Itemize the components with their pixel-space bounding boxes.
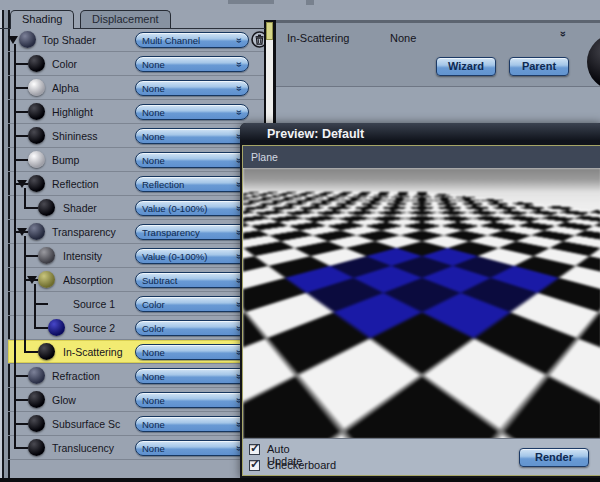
tree-row-label: In-Scattering	[63, 346, 123, 358]
tree-row-refraction[interactable]: Refraction None «	[8, 364, 265, 388]
shader-sphere-icon[interactable]	[28, 175, 45, 192]
tree-connector-line	[34, 327, 48, 329]
tree-row-subsurface-sc[interactable]: Subsurface Sc None «	[8, 412, 265, 436]
chevron-down-icon[interactable]: «	[556, 31, 568, 37]
render-viewport[interactable]	[243, 168, 600, 439]
shader-type-dropdown[interactable]: None «	[135, 392, 249, 408]
horizon-haze	[243, 192, 600, 204]
tree-row-alpha[interactable]: Alpha None «	[8, 76, 265, 100]
preview-window: Preview: Default Plane ✓ Auto Update ✓ C…	[240, 123, 600, 478]
shader-sphere-icon[interactable]	[48, 319, 65, 336]
shader-sphere-icon[interactable]	[38, 199, 55, 216]
tree-row-label: Bump	[52, 154, 79, 166]
top-smudge	[228, 0, 274, 4]
shader-sphere-icon[interactable]	[28, 79, 45, 96]
shader-type-dropdown[interactable]: Subtract «	[135, 272, 249, 288]
shader-type-dropdown[interactable]: None «	[135, 56, 249, 72]
tree-row-label: Source 1	[73, 298, 115, 310]
shader-type-dropdown[interactable]: Color «	[135, 320, 249, 336]
auto-update-checkbox[interactable]: ✓	[249, 444, 260, 455]
shader-type-dropdown[interactable]: None «	[135, 80, 249, 96]
shader-sphere-icon[interactable]	[28, 151, 45, 168]
tree-row-label: Transparency	[52, 226, 116, 238]
shader-type-dropdown[interactable]: Color «	[135, 296, 249, 312]
shader-type-dropdown[interactable]: None «	[135, 440, 249, 456]
tree-row-label: Top Shader	[42, 34, 96, 46]
tree-row-top-shader[interactable]: Top Shader Multi Channel «	[8, 28, 265, 52]
shader-sphere-icon[interactable]	[38, 271, 55, 288]
shader-type-dropdown[interactable]: None «	[135, 104, 249, 120]
shader-type-dropdown[interactable]: None «	[135, 344, 249, 360]
floor-clip	[243, 192, 600, 439]
tree-row-in-scattering[interactable]: In-Scattering None «	[8, 340, 265, 364]
tree-row-shininess[interactable]: Shininess None «	[8, 124, 265, 148]
preview-window-body: Plane ✓ Auto Update ✓ Checkerboard Rende…	[242, 145, 600, 476]
chevron-down-icon: «	[234, 61, 245, 67]
shader-type-dropdown[interactable]: Value (0-100%) «	[135, 248, 249, 264]
shader-sphere-icon[interactable]	[28, 391, 45, 408]
shader-sphere-icon[interactable]	[28, 127, 45, 144]
dropdown-value: None	[142, 395, 165, 406]
tab-displacement[interactable]: Displacement	[80, 10, 171, 29]
shader-sphere-icon[interactable]	[28, 103, 45, 120]
shader-type-dropdown[interactable]: None «	[135, 416, 249, 432]
tree-row-label: Highlight	[52, 106, 93, 118]
chevron-down-icon: «	[234, 109, 245, 115]
shader-sphere-icon[interactable]	[28, 55, 45, 72]
tree-connector-line	[24, 188, 26, 209]
tree-connector-line	[14, 111, 28, 113]
tree-row-label: Reflection	[52, 178, 99, 190]
preview-window-titlebar[interactable]: Preview: Default	[240, 123, 600, 145]
tree-row-color[interactable]: Color None «	[8, 52, 265, 76]
render-button[interactable]: Render	[519, 448, 589, 467]
tree-row-translucency[interactable]: Translucency None «	[8, 436, 265, 460]
wizard-button[interactable]: Wizard	[436, 57, 496, 76]
shader-sphere-icon[interactable]	[28, 367, 45, 384]
shader-type-dropdown[interactable]: None «	[135, 368, 249, 384]
top-strip	[0, 0, 600, 10]
tree-row-glow[interactable]: Glow None «	[8, 388, 265, 412]
tree-row-intensity[interactable]: Intensity Value (0-100%) «	[8, 244, 265, 268]
tree-row-transparency[interactable]: Transparency Transparency «	[8, 220, 265, 244]
shader-sphere-icon[interactable]	[28, 439, 45, 456]
check-icon: ✓	[250, 457, 260, 471]
checkerboard-checkbox[interactable]: ✓	[249, 460, 260, 471]
dropdown-value: Multi Channel	[142, 35, 200, 46]
shader-sphere-icon[interactable]	[38, 247, 55, 264]
preview-object-name: Plane	[243, 146, 600, 168]
shader-sphere-icon[interactable]	[19, 31, 36, 48]
tree-row-reflection[interactable]: Reflection Reflection «	[8, 172, 265, 196]
dropdown-value: None	[142, 107, 165, 118]
expander-triangle-icon[interactable]	[8, 36, 18, 44]
tree-row-highlight[interactable]: Highlight None «	[8, 100, 265, 124]
tree-row-bump[interactable]: Bump None «	[8, 148, 265, 172]
shader-sphere-icon[interactable]	[28, 415, 45, 432]
tree-connector-line	[34, 303, 48, 305]
tree-connector-line	[14, 135, 28, 137]
shader-type-dropdown[interactable]: None «	[135, 152, 249, 168]
tree-connector-line	[24, 351, 38, 353]
shader-sphere-icon[interactable]	[28, 223, 45, 240]
shader-type-dropdown[interactable]: None «	[135, 128, 249, 144]
tree-row-label: Shader	[63, 202, 97, 214]
dropdown-value: Color	[142, 299, 165, 310]
tree-row-absorption[interactable]: Absorption Subtract «	[8, 268, 265, 292]
tree-row-shader[interactable]: Shader Value (0-100%) «	[8, 196, 265, 220]
channel-value-label[interactable]: None	[390, 32, 416, 44]
shader-type-dropdown[interactable]: Value (0-100%) «	[135, 200, 249, 216]
chevron-down-icon: «	[234, 85, 245, 91]
dropdown-value: Reflection	[142, 179, 184, 190]
dropdown-value: None	[142, 371, 165, 382]
tab-shading[interactable]: Shading	[10, 10, 74, 29]
tree-row-label: Translucency	[52, 442, 114, 454]
parent-button[interactable]: Parent	[509, 57, 569, 76]
tree-connector-line	[14, 63, 28, 65]
chevron-down-icon: «	[234, 37, 245, 43]
shader-sphere-icon[interactable]	[38, 343, 55, 360]
tree-row-label: Color	[52, 58, 77, 70]
shader-type-dropdown[interactable]: Transparency «	[135, 224, 249, 240]
shader-type-dropdown[interactable]: Reflection «	[135, 176, 249, 192]
tree-row-label: Subsurface Sc	[52, 418, 120, 430]
shader-type-dropdown[interactable]: Multi Channel «	[135, 32, 249, 48]
scrollbar-thumb[interactable]	[266, 22, 273, 40]
